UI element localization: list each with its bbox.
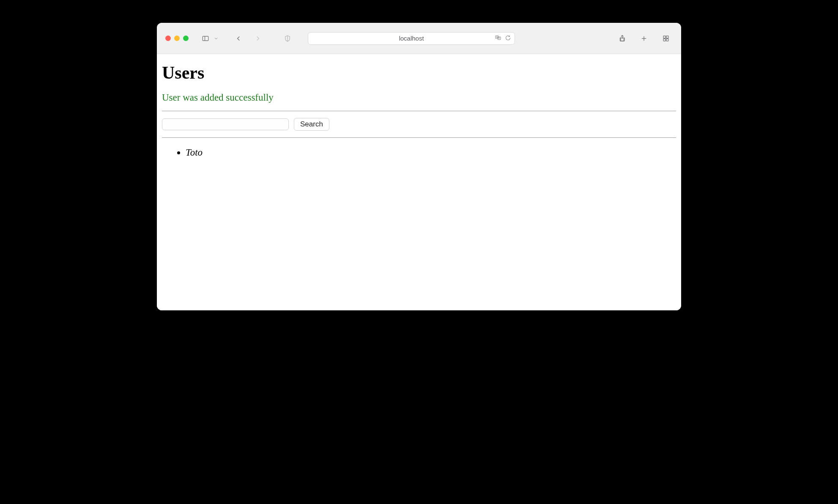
translate-icon[interactable] bbox=[495, 34, 501, 42]
back-button[interactable] bbox=[232, 32, 245, 45]
svg-rect-0 bbox=[203, 36, 208, 41]
user-list: Toto bbox=[162, 147, 676, 158]
page-content: Users User was added successfully Search… bbox=[157, 54, 681, 310]
success-message: User was added successfully bbox=[162, 92, 676, 103]
tab-group-dropdown[interactable] bbox=[212, 32, 220, 45]
divider bbox=[162, 137, 676, 138]
minimize-window-button[interactable] bbox=[174, 36, 180, 41]
tab-overview-button[interactable] bbox=[659, 32, 673, 45]
maximize-window-button[interactable] bbox=[183, 36, 189, 41]
close-window-button[interactable] bbox=[165, 36, 171, 41]
search-button[interactable]: Search bbox=[294, 118, 329, 131]
browser-toolbar: localhost bbox=[157, 23, 681, 54]
new-tab-button[interactable] bbox=[637, 32, 651, 45]
svg-rect-9 bbox=[663, 36, 665, 38]
address-bar[interactable]: localhost bbox=[308, 32, 515, 45]
user-name: Toto bbox=[186, 147, 203, 158]
url-text: localhost bbox=[399, 35, 424, 42]
page-title: Users bbox=[162, 63, 676, 83]
sidebar-toggle-button[interactable] bbox=[199, 32, 212, 45]
forward-button[interactable] bbox=[251, 32, 265, 45]
list-item: Toto bbox=[186, 147, 676, 158]
search-input[interactable] bbox=[162, 118, 289, 130]
svg-rect-11 bbox=[663, 38, 665, 41]
svg-rect-10 bbox=[666, 36, 668, 38]
window-controls bbox=[165, 36, 189, 41]
browser-window: localhost bbox=[157, 23, 681, 310]
search-form: Search bbox=[162, 111, 676, 137]
share-button[interactable] bbox=[615, 32, 629, 45]
svg-rect-12 bbox=[666, 38, 668, 41]
reload-icon[interactable] bbox=[505, 35, 511, 42]
privacy-shield-icon[interactable] bbox=[281, 32, 294, 45]
